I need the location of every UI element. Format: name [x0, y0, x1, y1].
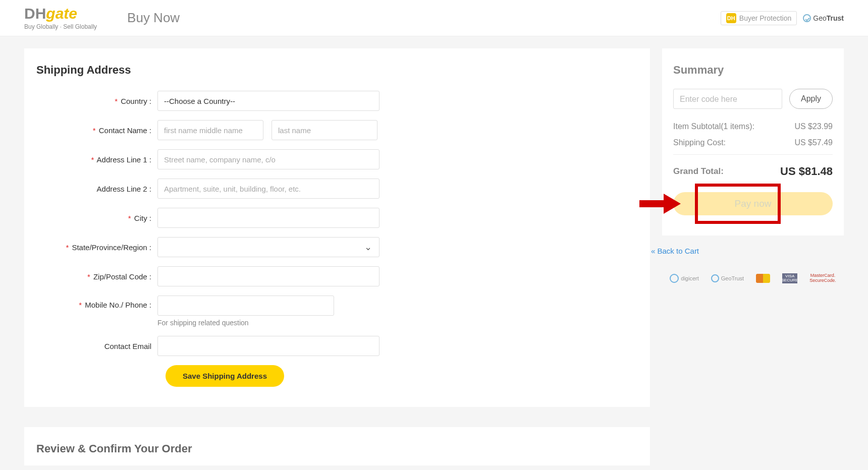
shipping-value: US $57.49: [794, 138, 833, 147]
label-address1: * Address Line 1 :: [36, 155, 157, 164]
pay-now-button[interactable]: Pay now: [673, 192, 833, 215]
payment-logos: digicert GeoTrust VISASECURE MasterCard.…: [662, 273, 844, 283]
last-name-input[interactable]: [272, 120, 377, 140]
review-title: Review & Confirm Your Order: [36, 442, 638, 455]
review-order-card: Review & Confirm Your Order: [24, 427, 650, 465]
divider: [673, 154, 833, 155]
mastercard-securecode-icon: MasterCard.SecureCode.: [809, 273, 836, 283]
label-phone: * Mobile No./ Phone :: [36, 296, 157, 309]
label-address2: Address Line 2 :: [36, 185, 157, 193]
address-line2-input[interactable]: [157, 179, 379, 199]
logo-tagline: Buy Globally · Sell Globally: [24, 23, 97, 30]
chevron-down-icon: ⌄: [364, 242, 372, 253]
page-title: Buy Now: [127, 10, 180, 26]
visa-secure-icon: VISASECURE: [782, 273, 797, 283]
mastercard-icon: [756, 274, 770, 283]
shipping-title: Shipping Address: [36, 64, 638, 77]
subtotal-label: Item Subtotal(1 items):: [673, 122, 754, 131]
summary-title: Summary: [673, 64, 833, 77]
geotrust-label: GeoTrust: [813, 14, 844, 22]
country-select[interactable]: [157, 91, 379, 111]
label-region: * State/Province/Region :: [36, 243, 157, 252]
shipping-label: Shipping Cost:: [673, 138, 726, 147]
label-contact-name: * Contact Name :: [36, 126, 157, 135]
region-select[interactable]: ⌄: [157, 237, 379, 257]
logo-dh: DH: [24, 5, 46, 22]
city-input[interactable]: [157, 208, 379, 228]
buyer-protection-badge[interactable]: DH Buyer Protection: [721, 11, 797, 25]
promo-code-input[interactable]: [673, 89, 782, 109]
geotrust-badge[interactable]: GeoTrust: [803, 14, 844, 22]
phone-input[interactable]: [157, 296, 334, 316]
first-name-input[interactable]: [157, 120, 263, 140]
email-input[interactable]: [157, 336, 379, 356]
label-country: * Country :: [36, 97, 157, 105]
grand-total-label: Grand Total:: [673, 166, 724, 177]
geotrust-logo: GeoTrust: [711, 274, 744, 282]
grand-total-value: US $81.48: [780, 165, 833, 178]
buyer-protection-label: Buyer Protection: [739, 14, 792, 22]
subtotal-value: US $23.99: [794, 122, 833, 131]
header: DHgate Buy Globally · Sell Globally Buy …: [0, 0, 868, 36]
address-line1-input[interactable]: [157, 149, 379, 169]
label-zip: * Zip/Postal Code :: [36, 272, 157, 281]
label-city: * City :: [36, 214, 157, 222]
save-shipping-button[interactable]: Save Shipping Address: [166, 365, 284, 387]
apply-code-button[interactable]: Apply: [789, 89, 833, 109]
shipping-address-card: Shipping Address * Country : * Contact N…: [24, 48, 650, 407]
phone-help-text: For shipping related question: [157, 319, 638, 327]
shield-icon: DH: [726, 13, 736, 23]
label-email: Contact Email: [36, 342, 157, 350]
zip-input[interactable]: [157, 266, 379, 286]
digicert-logo: digicert: [670, 274, 698, 283]
back-to-cart-link[interactable]: « Back to Cart: [651, 247, 844, 255]
logo-gate: gate: [46, 5, 77, 22]
geotrust-icon: [803, 14, 811, 22]
summary-card: Summary Apply Item Subtotal(1 items): US…: [662, 48, 844, 236]
logo[interactable]: DHgate Buy Globally · Sell Globally: [24, 6, 97, 30]
